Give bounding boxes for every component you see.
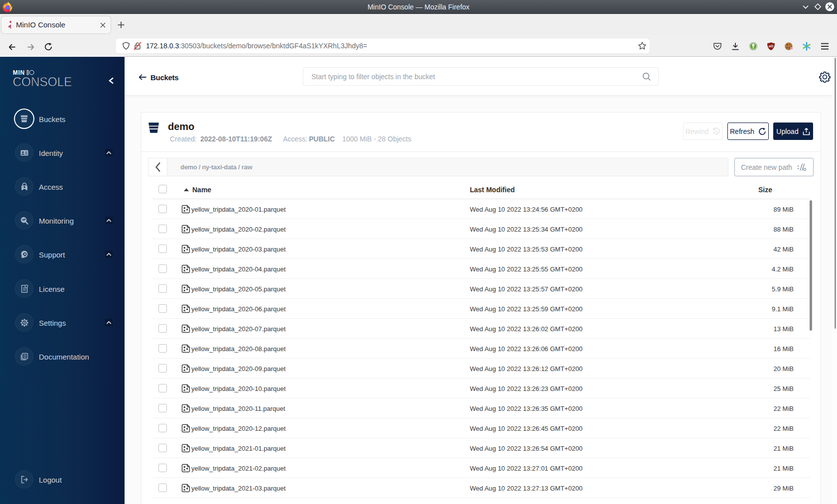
svg-text:uO: uO xyxy=(769,44,773,48)
svg-text:CONSOLE: CONSOLE xyxy=(13,74,72,88)
